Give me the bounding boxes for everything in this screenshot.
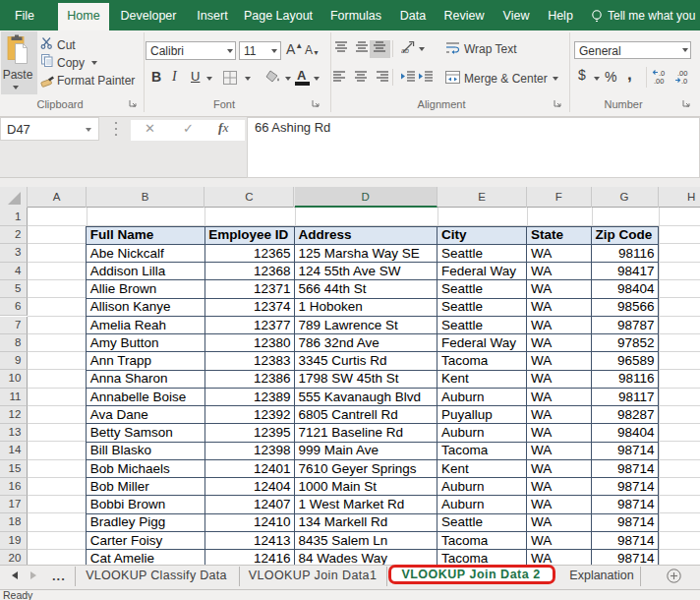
- svg-text:.00: .00: [654, 77, 664, 85]
- svg-text:.0: .0: [681, 77, 687, 85]
- svg-text:ab: ab: [401, 47, 409, 54]
